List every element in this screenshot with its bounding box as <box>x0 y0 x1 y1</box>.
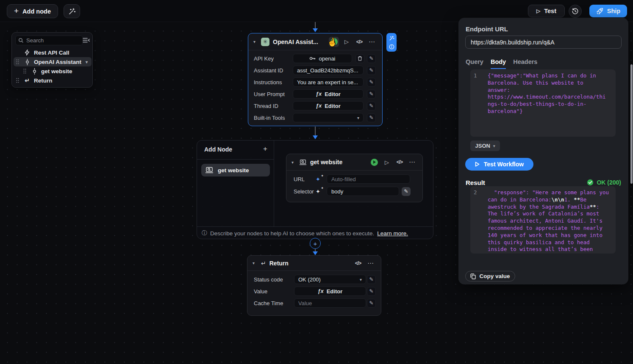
code-view-button[interactable]: </> <box>353 258 363 268</box>
status-code-select[interactable]: OK (200) ▾ <box>294 275 366 284</box>
run-node-button[interactable]: ▷ <box>341 37 352 47</box>
field-row-assistant-id: Assistant ID asst_OadB242bbzmqS... ✎ <box>248 64 382 76</box>
tab-headers[interactable]: Headers <box>513 58 537 69</box>
edit-pencil-button[interactable]: ✎ <box>402 187 411 196</box>
group-add-node-button[interactable]: + <box>261 144 270 154</box>
more-options-button[interactable]: ⋯ <box>367 37 377 47</box>
edit-pencil-button[interactable]: ✎ <box>367 287 376 296</box>
history-button[interactable] <box>569 5 582 18</box>
cache-time-input[interactable]: Value <box>294 298 366 308</box>
drag-handle-icon[interactable] <box>22 69 27 74</box>
tab-query[interactable]: Query <box>466 58 483 69</box>
test-workflow-button[interactable]: Test Workflow <box>465 158 533 171</box>
group-add-node-label: Add Node <box>204 146 232 153</box>
wand-icon[interactable] <box>388 35 395 41</box>
code-view-button[interactable]: </> <box>394 157 405 167</box>
run-node-button[interactable]: ▷ <box>382 157 392 167</box>
user-prompt-editor-button[interactable]: ƒx Editor <box>293 89 364 99</box>
field-row-thread-id: Thread ID ƒx Editor ✎ <box>248 100 382 112</box>
more-options-button[interactable]: ⋯ <box>407 157 417 167</box>
ai-sparkle-icon: ✦✦ <box>316 176 324 182</box>
field-label: API Key <box>254 55 293 62</box>
add-node-button[interactable]: + Add node <box>7 4 58 18</box>
edit-pencil-button[interactable]: ✎ <box>367 275 376 284</box>
json-format-label: JSON <box>475 143 490 149</box>
palette-item-rest-api-call[interactable]: Rest API Call <box>14 48 92 57</box>
search-input[interactable] <box>26 37 80 44</box>
viewport-scrollbar[interactable] <box>630 64 633 184</box>
info-icon[interactable] <box>388 43 395 50</box>
edit-pencil-button[interactable]: ✎ <box>367 78 376 87</box>
trash-button[interactable] <box>355 54 364 63</box>
openai-assistant-node[interactable]: ▾ ✳ OpenAI Assist... ▷ </> ⋯ API Key ope… <box>248 33 383 126</box>
return-node-header[interactable]: ▾ ↵ Return </> ⋯ <box>247 256 381 271</box>
website-node-header[interactable]: ▾ get website ▷ </> ⋯ <box>286 154 422 171</box>
json-format-select[interactable]: JSON ▾ <box>470 141 500 151</box>
copy-value-label: Copy value <box>479 273 510 279</box>
ship-button[interactable]: Ship <box>589 5 627 17</box>
edit-pencil-button[interactable]: ✎ <box>367 66 376 75</box>
code-view-button[interactable]: </> <box>354 37 364 47</box>
api-key-pill[interactable]: openai <box>293 54 352 63</box>
endpoint-url-input[interactable] <box>465 36 622 49</box>
palette-item-openai-assistant[interactable]: OpenAI Assistant ▾ <box>14 57 92 66</box>
plus-icon: + <box>314 240 317 247</box>
chevron-down-icon: ▾ <box>360 277 362 282</box>
url-input[interactable] <box>327 174 410 184</box>
test-button[interactable]: ▷ Test <box>528 5 565 17</box>
run-status-button[interactable] <box>329 37 339 47</box>
edit-pencil-button[interactable]: ✎ <box>367 113 376 122</box>
drag-handle-icon[interactable] <box>15 59 19 64</box>
collapse-panel-icon[interactable] <box>82 36 90 44</box>
field-label: Selector <box>294 188 316 195</box>
edit-pencil-button[interactable]: ✎ <box>367 299 376 308</box>
built-in-tools-select[interactable]: ▾ <box>293 113 364 122</box>
group-item-get-website[interactable]: get website <box>201 164 270 176</box>
chevron-down-icon[interactable]: ▾ <box>86 60 88 64</box>
wand-icon <box>68 8 76 15</box>
divider <box>274 141 274 226</box>
field-row-url: URL ✦✦ <box>286 174 422 184</box>
tab-body[interactable]: Body <box>491 58 506 69</box>
result-label: Result <box>466 179 485 186</box>
openai-node-header[interactable]: ▾ ✳ OpenAI Assist... ▷ </> ⋯ <box>248 33 382 50</box>
info-icon: ⓘ <box>202 229 207 237</box>
test-panel: Endpoint URL Query Body Headers 1{"messa… <box>458 18 628 284</box>
chevron-down-icon[interactable]: ▾ <box>292 160 297 165</box>
learn-more-link[interactable]: Learn more. <box>377 230 408 237</box>
palette-item-return[interactable]: ↵ Return <box>14 76 92 85</box>
node-commit-icon <box>23 59 31 65</box>
ai-wand-button[interactable] <box>64 4 80 18</box>
run-status-button[interactable] <box>369 157 379 167</box>
thread-id-editor-button[interactable]: ƒx Editor <box>293 101 364 110</box>
search-icon <box>18 38 24 43</box>
field-label: User Prompt <box>254 91 293 97</box>
assistant-id-input[interactable]: asst_OadB242bbzmqS... <box>293 66 364 75</box>
request-body-editor[interactable]: 1{"message":"What plans I can do inBarce… <box>470 69 616 137</box>
return-node[interactable]: ▾ ↵ Return </> ⋯ Status code OK (200) ▾ … <box>247 255 381 316</box>
website-search-icon <box>205 167 214 174</box>
edit-pencil-button[interactable]: ✎ <box>367 54 376 63</box>
chevron-down-icon[interactable]: ▾ <box>253 261 258 265</box>
chevron-down-icon[interactable]: ▾ <box>253 39 259 44</box>
more-options-button[interactable]: ⋯ <box>366 258 376 268</box>
palette-item-get-website[interactable]: get website <box>14 66 92 76</box>
drag-handle-icon[interactable] <box>15 78 19 83</box>
field-row-value: Value ƒx Editor ✎ <box>247 285 381 297</box>
selector-input[interactable] <box>327 187 399 196</box>
palette-item-label: get website <box>41 68 72 74</box>
rocket-icon <box>596 8 603 15</box>
divider <box>197 226 433 227</box>
insert-node-button[interactable]: + <box>310 238 321 249</box>
field-row-instructions: Instructions You are an expert in se... … <box>248 76 382 88</box>
chevron-down-icon: ▾ <box>357 116 359 120</box>
return-arrow-icon: ↵ <box>261 260 266 267</box>
edit-pencil-button[interactable]: ✎ <box>367 90 376 99</box>
openai-logo-icon: ✳ <box>261 38 269 46</box>
copy-value-button[interactable]: Copy value <box>465 271 515 281</box>
palette-item-label: Return <box>34 77 53 84</box>
value-editor-button[interactable]: ƒx Editor <box>294 287 366 296</box>
instructions-input[interactable]: You are an expert in se... <box>293 77 364 87</box>
edit-pencil-button[interactable]: ✎ <box>367 102 376 110</box>
get-website-node[interactable]: ▾ get website ▷ </> ⋯ URL ✦✦ Selector <box>286 154 423 202</box>
